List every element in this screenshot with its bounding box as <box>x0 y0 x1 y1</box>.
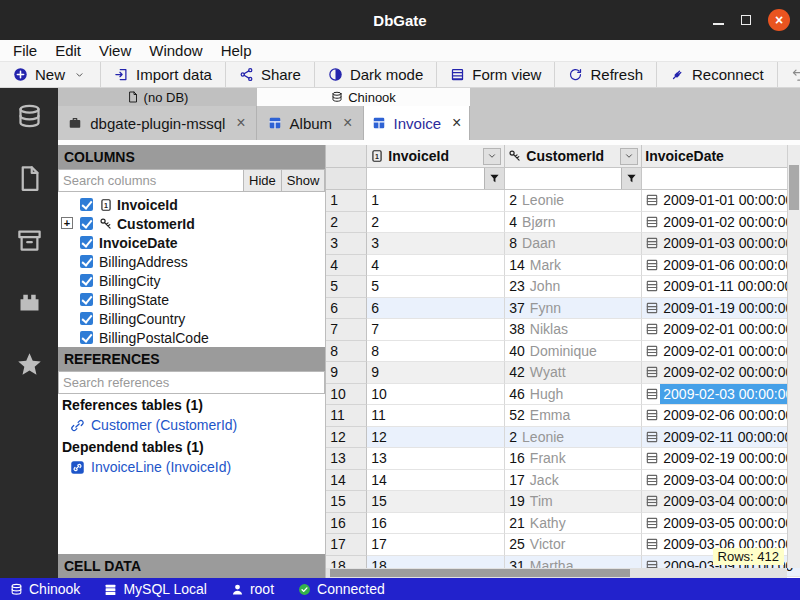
cell-customerid[interactable]: 2Leonie <box>505 427 642 449</box>
menu-window[interactable]: Window <box>140 42 211 59</box>
menu-edit[interactable]: Edit <box>46 42 90 59</box>
hide-button[interactable]: Hide <box>244 169 282 192</box>
show-button[interactable]: Show <box>282 169 326 192</box>
row-number-cell[interactable]: 1 <box>326 190 367 212</box>
row-number-cell[interactable]: 13 <box>326 448 367 470</box>
sidebar-file-icon[interactable] <box>16 165 43 196</box>
cell-invoiceid[interactable]: 3 <box>367 233 505 255</box>
cell-customerid[interactable]: 8Daan <box>505 233 642 255</box>
checkbox-checked[interactable] <box>80 312 93 325</box>
filter-funnel-button[interactable] <box>484 168 504 189</box>
cell-invoicedate[interactable]: 2009-02-19 00:00:00 <box>642 448 800 470</box>
cell-invoiceid[interactable]: 7 <box>367 319 505 341</box>
reconnect-button[interactable]: Reconnect <box>657 62 778 87</box>
column-item-billingpostalcode[interactable]: BillingPostalCode <box>58 328 325 347</box>
cell-customerid[interactable]: 40Dominique <box>505 341 642 363</box>
cell-customerid[interactable]: 42Wyatt <box>505 362 642 384</box>
cell-invoicedate[interactable]: 2009-03-04 00:00:00 <box>642 470 800 492</box>
menu-view[interactable]: View <box>90 42 140 59</box>
cell-invoicedate[interactable]: 2009-01-01 00:00:00 <box>642 190 800 212</box>
filter-funnel-button[interactable] <box>621 168 641 189</box>
search-columns-input[interactable] <box>58 169 244 192</box>
column-item-billingcity[interactable]: BillingCity <box>58 271 325 290</box>
cell-invoicedate[interactable]: 2009-02-01 00:00:00 <box>642 319 800 341</box>
column-menu-button[interactable] <box>620 148 638 165</box>
row-number-cell[interactable]: 6 <box>326 298 367 320</box>
filter-input-invoiceid[interactable] <box>367 168 484 189</box>
row-number-cell[interactable]: 16 <box>326 513 367 535</box>
row-number-cell[interactable]: 5 <box>326 276 367 298</box>
vertical-scrollbar-thumb[interactable] <box>789 165 799 210</box>
cell-invoicedate[interactable]: 2009-02-01 00:00:00 <box>642 341 800 363</box>
reference-link[interactable]: InvoiceLine (InvoiceId) <box>58 457 325 478</box>
status-chinook[interactable]: Chinook <box>10 581 80 597</box>
cell-invoicedate[interactable]: 2009-02-06 00:00:00 <box>642 405 800 427</box>
cell-customerid[interactable]: 38Niklas <box>505 319 642 341</box>
cell-customerid[interactable]: 16Frank <box>505 448 642 470</box>
tab-album[interactable]: Album× <box>257 106 364 140</box>
cell-invoicedate[interactable]: 2009-02-11 00:00:00 <box>642 427 800 449</box>
row-number-cell[interactable]: 3 <box>326 233 367 255</box>
cell-customerid[interactable]: 52Emma <box>505 405 642 427</box>
sidebar-plugin-icon[interactable] <box>16 289 43 320</box>
cell-customerid[interactable]: 25Victor <box>505 534 642 556</box>
new-button[interactable]: New <box>0 62 101 87</box>
cell-invoiceid[interactable]: 9 <box>367 362 505 384</box>
share-button[interactable]: Share <box>226 62 315 87</box>
search-references-input[interactable] <box>58 371 325 394</box>
row-number-cell[interactable]: 9 <box>326 362 367 384</box>
row-number-cell[interactable]: 2 <box>326 212 367 234</box>
status-mysql-local[interactable]: MySQL Local <box>104 581 207 597</box>
cell-invoicedate[interactable]: 2009-01-06 00:00:00 <box>642 255 800 277</box>
checkbox-checked[interactable] <box>80 217 93 230</box>
column-item-invoiceid[interactable]: InvoiceId <box>58 195 325 214</box>
row-number-cell[interactable]: 8 <box>326 341 367 363</box>
filter-input-invoicedate[interactable] <box>642 168 800 189</box>
cell-invoicedate[interactable]: 2009-01-11 00:00:00 <box>642 276 800 298</box>
expand-icon[interactable]: + <box>61 217 73 229</box>
cell-customerid[interactable]: 21Kathy <box>505 513 642 535</box>
column-item-invoicedate[interactable]: InvoiceDate <box>58 233 325 252</box>
cell-invoiceid[interactable]: 8 <box>367 341 505 363</box>
tab-invoice[interactable]: Invoice× <box>364 106 470 140</box>
cell-invoicedate[interactable]: 2009-03-05 00:00:00 <box>642 513 800 535</box>
reference-link[interactable]: Customer (CustomerId) <box>58 415 325 436</box>
tab-close-icon[interactable]: × <box>452 114 461 132</box>
status-connected[interactable]: Connected <box>298 581 385 597</box>
cell-invoiceid[interactable]: 12 <box>367 427 505 449</box>
cell-customerid[interactable]: 46Hugh <box>505 384 642 406</box>
cell-customerid[interactable]: 17Jack <box>505 470 642 492</box>
cell-customerid[interactable]: 37Fynn <box>505 298 642 320</box>
row-number-cell[interactable]: 12 <box>326 427 367 449</box>
tab-close-icon[interactable]: × <box>343 114 352 132</box>
column-header-customerid[interactable]: CustomerId <box>505 145 642 168</box>
cell-invoicedate[interactable]: 2009-01-19 00:00:00 <box>642 298 800 320</box>
checkbox-checked[interactable] <box>80 331 93 344</box>
dark-mode-button[interactable]: Dark mode <box>315 62 437 87</box>
sidebar-database-icon[interactable] <box>16 103 43 134</box>
column-item-billingcountry[interactable]: BillingCountry <box>58 309 325 328</box>
form-view-button[interactable]: Form view <box>437 62 555 87</box>
vertical-scrollbar[interactable] <box>787 145 800 568</box>
column-header-invoiceid[interactable]: InvoiceId <box>367 145 505 168</box>
tab-dbgate-plugin-mssql[interactable]: dbgate-plugin-mssql× <box>58 106 257 140</box>
cell-invoiceid[interactable]: 4 <box>367 255 505 277</box>
checkbox-checked[interactable] <box>80 293 93 306</box>
cell-invoicedate[interactable]: 2009-01-03 00:00:00 <box>642 233 800 255</box>
checkbox-checked[interactable] <box>80 274 93 287</box>
cell-invoicedate[interactable]: 2009-01-02 00:00:00 <box>642 212 800 234</box>
row-number-cell[interactable]: 15 <box>326 491 367 513</box>
status-root[interactable]: root <box>231 581 274 597</box>
row-number-cell[interactable]: 7 <box>326 319 367 341</box>
cell-invoiceid[interactable]: 13 <box>367 448 505 470</box>
cell-invoiceid[interactable]: 11 <box>367 405 505 427</box>
cell-invoiceid[interactable]: 6 <box>367 298 505 320</box>
cell-invoiceid[interactable]: 15 <box>367 491 505 513</box>
cell-invoiceid[interactable]: 2 <box>367 212 505 234</box>
cell-invoicedate[interactable]: 2009-02-03 00:00:00 <box>642 384 800 406</box>
column-item-billingstate[interactable]: BillingState <box>58 290 325 309</box>
cell-invoiceid[interactable]: 5 <box>367 276 505 298</box>
cell-invoiceid[interactable]: 17 <box>367 534 505 556</box>
column-item-customerid[interactable]: +CustomerId <box>58 214 325 233</box>
cell-invoicedate[interactable]: 2009-03-04 00:00:00 <box>642 491 800 513</box>
